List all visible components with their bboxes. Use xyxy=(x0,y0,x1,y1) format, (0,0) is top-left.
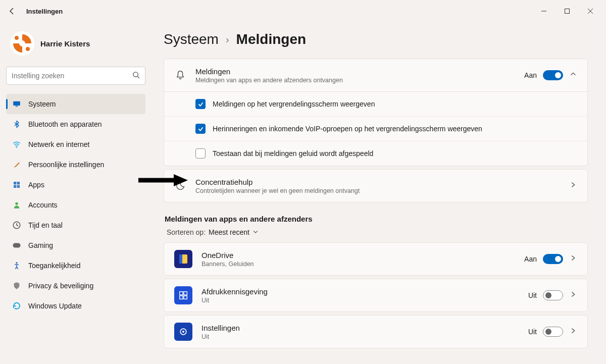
nav-item-wifi[interactable]: Netwerk en internet xyxy=(6,134,145,154)
svg-rect-1 xyxy=(565,9,570,14)
nav-item-brush[interactable]: Persoonlijke instellingen xyxy=(6,154,145,175)
nav-item-apps[interactable]: Apps xyxy=(6,175,145,195)
app-title: Instellingen xyxy=(26,8,63,15)
nav-item-label: Netwerk en internet xyxy=(28,140,89,148)
app-icon xyxy=(174,323,192,341)
app-toggle[interactable] xyxy=(543,254,563,264)
svg-rect-9 xyxy=(13,101,20,106)
profile[interactable]: Harrie Kisters xyxy=(6,22,145,67)
chevron-down-icon xyxy=(252,228,259,236)
minimize-button[interactable] xyxy=(532,3,556,19)
app-toggle[interactable] xyxy=(543,327,563,337)
search-input[interactable] xyxy=(12,72,132,80)
focus-title: Concentratiehulp xyxy=(195,178,560,186)
app-notification-card[interactable]: OneDrive Banners, Geluiden Aan xyxy=(164,242,588,276)
back-button[interactable] xyxy=(4,3,20,19)
notifications-toggle[interactable] xyxy=(543,70,563,80)
app-sub: Banners, Geluiden xyxy=(201,261,515,268)
svg-rect-23 xyxy=(180,296,183,299)
nav: SysteemBluetooth en apparatenNetwerk en … xyxy=(6,94,145,316)
nav-item-label: Apps xyxy=(28,181,44,189)
option-label: Herinneringen en inkomende VoIP-oproepen… xyxy=(213,125,482,133)
minimize-icon xyxy=(541,8,547,14)
svg-rect-21 xyxy=(180,292,183,295)
maximize-icon xyxy=(564,8,570,14)
app-state: Uit xyxy=(528,291,537,299)
app-icon xyxy=(174,286,192,304)
nav-item-game[interactable]: Gaming xyxy=(6,235,145,255)
svg-point-16 xyxy=(15,202,18,205)
person-icon xyxy=(12,200,21,210)
nav-item-clock[interactable]: Tijd en taal xyxy=(6,215,145,235)
app-icon xyxy=(174,250,192,268)
app-name: Afdrukkennisgeving xyxy=(201,287,519,296)
svg-point-26 xyxy=(182,331,184,333)
bluetooth-icon xyxy=(12,120,21,129)
app-notification-card[interactable]: Afdrukkennisgeving Uit Uit xyxy=(164,279,588,312)
focus-subtitle: Controletijden wanneer je wel en geen me… xyxy=(195,187,560,194)
clock-icon xyxy=(12,221,21,230)
svg-rect-15 xyxy=(17,185,20,188)
bell-icon xyxy=(174,70,186,81)
sort-label: Sorteren op: xyxy=(167,228,206,236)
svg-rect-14 xyxy=(14,185,16,188)
chevron-right-icon xyxy=(569,181,577,190)
nav-item-bluetooth[interactable]: Bluetooth en apparaten xyxy=(6,114,145,134)
close-icon xyxy=(587,8,593,14)
search-box[interactable] xyxy=(6,67,145,85)
nav-item-label: Tijd en taal xyxy=(28,221,63,229)
svg-point-7 xyxy=(133,72,138,76)
svg-rect-24 xyxy=(184,296,187,299)
apps-section-heading: Meldingen van apps en andere afzenders xyxy=(165,215,588,223)
nav-item-label: Systeem xyxy=(28,100,56,108)
sort-dropdown[interactable]: Sorteren op: Meest recent xyxy=(167,228,588,236)
notifications-state: Aan xyxy=(524,71,537,79)
breadcrumb: Systeem › Meldingen xyxy=(164,31,588,47)
notification-option-row[interactable]: Herinneringen en inkomende VoIP-oproepen… xyxy=(164,116,587,141)
nav-item-monitor[interactable]: Systeem xyxy=(6,94,145,114)
app-sub: Uit xyxy=(201,333,519,340)
chevron-right-icon xyxy=(569,254,577,264)
app-toggle[interactable] xyxy=(543,290,563,300)
checkbox-unchecked[interactable] xyxy=(195,148,206,159)
notifications-header-row[interactable]: Meldingen Meldingen van apps en andere a… xyxy=(164,59,587,91)
svg-rect-22 xyxy=(184,292,187,295)
svg-rect-13 xyxy=(17,182,20,184)
notification-option-row[interactable]: Toestaan dat bij meldingen geluid wordt … xyxy=(164,141,587,166)
profile-name: Harrie Kisters xyxy=(40,39,90,48)
notifications-subtitle: Meldingen van apps en andere afzenders o… xyxy=(195,77,515,84)
maximize-button[interactable] xyxy=(556,3,579,19)
svg-line-8 xyxy=(137,76,139,78)
nav-item-update[interactable]: Windows Update xyxy=(6,296,145,316)
chevron-up-icon[interactable] xyxy=(569,71,577,80)
nav-item-label: Bluetooth en apparaten xyxy=(28,120,102,128)
checkbox-checked[interactable] xyxy=(195,99,206,109)
arrow-left-icon xyxy=(8,7,16,15)
notification-option-row[interactable]: Meldingen op het vergrendelingsscherm we… xyxy=(164,92,587,116)
app-state: Uit xyxy=(528,328,537,336)
monitor-icon xyxy=(12,99,21,109)
svg-rect-10 xyxy=(16,106,18,107)
app-notification-card[interactable]: Instellingen Uit Uit xyxy=(164,315,588,348)
app-state: Aan xyxy=(524,255,537,263)
svg-point-6 xyxy=(26,47,30,51)
nav-item-person[interactable]: Accounts xyxy=(6,195,145,215)
nav-item-label: Windows Update xyxy=(28,302,82,310)
option-label: Toestaan dat bij meldingen geluid wordt … xyxy=(213,149,373,158)
shield-icon xyxy=(12,281,21,290)
notifications-title: Meldingen xyxy=(195,67,515,76)
breadcrumb-current: Meldingen xyxy=(236,31,306,47)
checkbox-checked[interactable] xyxy=(195,124,206,134)
nav-item-shield[interactable]: Privacy & beveiliging xyxy=(6,276,145,296)
apps-icon xyxy=(12,180,21,189)
nav-item-access[interactable]: Toegankelijkheid xyxy=(6,255,145,276)
close-button[interactable] xyxy=(579,3,602,19)
focus-assist-card[interactable]: Concentratiehulp Controletijden wanneer … xyxy=(164,169,588,202)
chevron-right-icon: › xyxy=(226,34,229,45)
chevron-right-icon xyxy=(569,291,577,300)
app-name: Instellingen xyxy=(201,324,519,332)
brush-icon xyxy=(12,160,21,169)
notifications-card: Meldingen Meldingen van apps en andere a… xyxy=(164,59,588,166)
breadcrumb-parent[interactable]: Systeem xyxy=(164,31,219,47)
svg-rect-12 xyxy=(14,182,16,184)
